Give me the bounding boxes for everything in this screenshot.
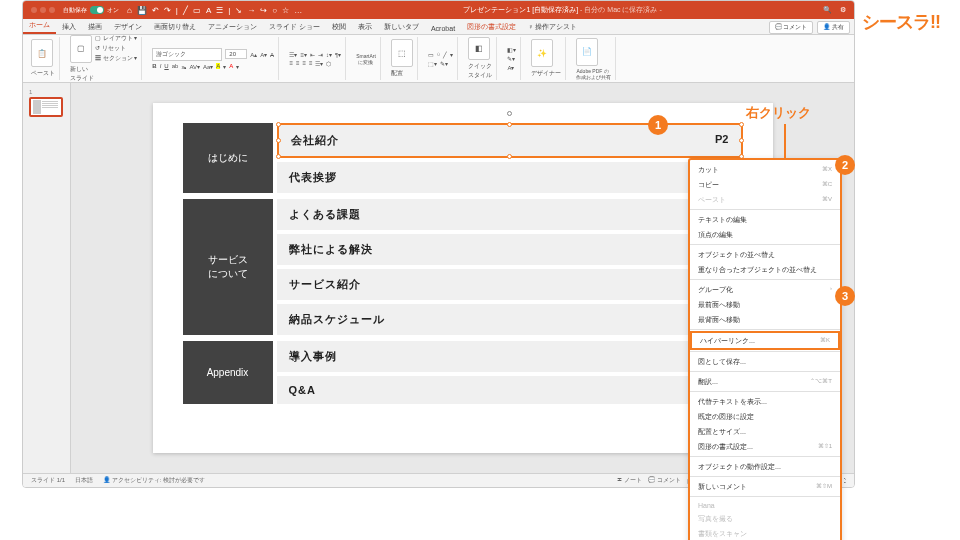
paste-button[interactable]: 📋 — [31, 39, 53, 67]
save-icon[interactable]: 💾 — [137, 6, 147, 15]
ctx-group[interactable]: グループ化› — [690, 282, 840, 297]
ctx-edit-text[interactable]: テキストの編集 — [690, 212, 840, 227]
ctx-back[interactable]: 最背面へ移動 — [690, 312, 840, 327]
tab-acrobat[interactable]: Acrobat — [425, 23, 461, 34]
rect-icon[interactable]: ▭ — [193, 6, 201, 15]
tab-insert[interactable]: 挿入 — [56, 20, 82, 34]
tab-design[interactable]: デザイン — [108, 20, 148, 34]
conn-icon[interactable]: ↪ — [260, 6, 267, 15]
ctx-front[interactable]: 最前面へ移動 — [690, 297, 840, 312]
font-size-selector[interactable]: 20 — [225, 49, 247, 59]
acrobat-pdf-button[interactable]: 📄 — [576, 38, 598, 66]
oval-icon[interactable]: ○ — [272, 6, 277, 15]
ctx-reorder-overlap[interactable]: 重なり合ったオブジェクトの並べ替え — [690, 262, 840, 277]
increase-font-icon[interactable]: A▴ — [250, 51, 257, 58]
notes-button[interactable]: ≐ ノート — [617, 476, 642, 485]
designer-button[interactable]: ✨ — [531, 39, 553, 67]
rotate-handle-icon[interactable] — [507, 111, 512, 116]
ctx-cut[interactable]: カット⌘X — [690, 162, 840, 177]
underline-button[interactable]: U — [164, 63, 168, 69]
autosave-toggle[interactable]: 自動保存 オン — [63, 6, 119, 15]
tab-home[interactable]: ホーム — [23, 18, 56, 34]
ctx-set-default[interactable]: 既定の図形に設定 — [690, 409, 840, 424]
toggle-icon[interactable] — [90, 6, 104, 14]
toc-item[interactable]: サービス紹介P7 — [277, 269, 743, 300]
bold-button[interactable]: B — [152, 63, 156, 69]
ctx-alt-text[interactable]: 代替テキストを表示... — [690, 394, 840, 409]
slide-thumb-1[interactable] — [29, 97, 63, 117]
quick-style-button[interactable]: ◧ — [468, 37, 490, 60]
comments-button[interactable]: 💬 コメント — [648, 476, 681, 485]
ctx-hyperlink[interactable]: ハイパーリンク...⌘K — [690, 331, 840, 350]
arrange-button[interactable]: ⬚ — [391, 39, 413, 67]
numbering-icon[interactable]: ≡▾ — [300, 51, 307, 58]
shape-gallery[interactable]: ▭ — [428, 51, 434, 58]
resize-handle[interactable] — [739, 122, 744, 127]
quick-access-toolbar[interactable]: ⌂ 💾 ↶ ↷ | ╱ ▭ A ☰ | ↘ → ↪ ○ ☆ … — [127, 6, 302, 15]
section-button[interactable]: ☰ セクション ▾ — [95, 54, 137, 63]
italic-button[interactable]: I — [160, 63, 162, 69]
tab-tellme[interactable]: ♀ 操作アシスト — [522, 20, 583, 34]
tab-slideshow[interactable]: スライド ショー — [263, 20, 326, 34]
search-icon[interactable]: 🔍 — [823, 6, 832, 14]
resize-handle[interactable] — [276, 154, 281, 159]
redo-icon[interactable]: ↷ — [164, 6, 171, 15]
share-button[interactable]: 👤 共有 — [817, 21, 850, 34]
settings-icon[interactable]: ⚙ — [840, 6, 846, 14]
shadow-button[interactable]: x₂ — [181, 63, 186, 70]
arrow2-icon[interactable]: → — [247, 6, 255, 15]
reset-button[interactable]: ↺ リセット — [95, 44, 137, 53]
ctx-new-comment[interactable]: 新しいコメント⌘⇧M — [690, 479, 840, 494]
strike-button[interactable]: ab — [172, 63, 179, 69]
ctx-format-shape[interactable]: 図形の書式設定...⌘⇧1 — [690, 439, 840, 454]
smartart-button[interactable]: ⬡ — [326, 60, 331, 67]
tab-review[interactable]: 校閲 — [326, 20, 352, 34]
tab-animations[interactable]: アニメーション — [202, 20, 263, 34]
star-icon[interactable]: ☆ — [282, 6, 289, 15]
titlebar: 自動保存 オン ⌂ 💾 ↶ ↷ | ╱ ▭ A ☰ | ↘ → ↪ ○ ☆ … … — [23, 1, 854, 19]
toc-item[interactable]: 代表挨拶P3 — [277, 162, 743, 193]
toc-item[interactable]: 導入事例P10 — [277, 341, 743, 372]
home-icon[interactable]: ⌂ — [127, 6, 132, 15]
tab-shape-format[interactable]: 図形の書式設定 — [461, 20, 522, 34]
resize-handle[interactable] — [507, 122, 512, 127]
ctx-action-settings[interactable]: オブジェクトの動作設定... — [690, 459, 840, 474]
language-indicator[interactable]: 日本語 — [75, 476, 93, 485]
badge-2: 2 — [835, 155, 855, 175]
toc-item[interactable]: Q&AP12 — [277, 376, 743, 404]
resize-handle[interactable] — [739, 138, 744, 143]
tab-transitions[interactable]: 画面切り替え — [148, 20, 202, 34]
slide-thumbnails[interactable]: 1 — [23, 83, 71, 473]
line-icon[interactable]: ╱ — [183, 6, 188, 15]
clear-format-icon[interactable]: A̶ — [270, 51, 274, 58]
align-icon[interactable]: ☰ — [216, 6, 223, 15]
resize-handle[interactable] — [507, 154, 512, 159]
decrease-font-icon[interactable]: A▾ — [260, 51, 267, 58]
toc-item[interactable]: 弊社による解決P5 — [277, 234, 743, 265]
tab-newtab[interactable]: 新しいタブ — [378, 20, 425, 34]
layout-button[interactable]: ▢ レイアウト ▾ — [95, 34, 137, 43]
new-slide-button[interactable]: ▢ — [70, 35, 92, 63]
undo-icon[interactable]: ↶ — [152, 6, 159, 15]
ctx-translate[interactable]: 翻訳...⌃⌥⌘T — [690, 374, 840, 389]
font-selector[interactable]: 游ゴシック — [152, 48, 222, 61]
tab-draw[interactable]: 描画 — [82, 20, 108, 34]
toc-item[interactable]: よくある課題P4 — [277, 199, 743, 230]
resize-handle[interactable] — [276, 138, 281, 143]
toc-item[interactable]: 納品スケジュールP9 — [277, 304, 743, 335]
arrow-icon[interactable]: ↘ — [235, 6, 242, 15]
bullets-icon[interactable]: ☰▾ — [289, 51, 297, 58]
window-controls[interactable] — [31, 7, 55, 13]
tab-view[interactable]: 表示 — [352, 20, 378, 34]
comment-button[interactable]: 💬 コメント — [769, 21, 814, 34]
ctx-edit-points[interactable]: 頂点の編集 — [690, 227, 840, 242]
ctx-save-as-pic[interactable]: 図として保存... — [690, 354, 840, 369]
ctx-reorder[interactable]: オブジェクトの並べ替え — [690, 247, 840, 262]
ctx-copy[interactable]: コピー⌘C — [690, 177, 840, 192]
text-icon[interactable]: A — [206, 6, 211, 15]
resize-handle[interactable] — [276, 122, 281, 127]
ctx-size-pos[interactable]: 配置とサイズ... — [690, 424, 840, 439]
toc-item-selected[interactable]: 会社紹介P2 — [277, 123, 743, 158]
a11y-indicator[interactable]: 👤 アクセシビリティ: 検討が必要です — [103, 476, 205, 485]
slide-counter: スライド 1/1 — [31, 476, 65, 485]
